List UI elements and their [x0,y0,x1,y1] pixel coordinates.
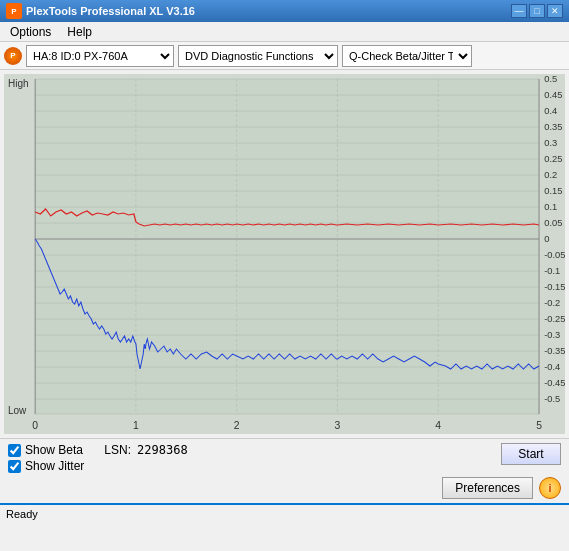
svg-text:-0.4: -0.4 [544,362,560,372]
svg-text:-0.2: -0.2 [544,298,560,308]
svg-text:0.2: 0.2 [544,170,557,180]
y-axis-low-label: Low [8,405,26,416]
close-button[interactable]: ✕ [547,4,563,18]
test-select[interactable]: Q-Check Beta/Jitter Test [342,45,472,67]
svg-text:2: 2 [234,420,240,431]
lsn-label: LSN: [104,443,131,457]
svg-rect-0 [35,79,539,414]
svg-text:0.4: 0.4 [544,106,557,116]
info-button[interactable]: i [539,477,561,499]
svg-text:0.45: 0.45 [544,90,562,100]
svg-text:-0.45: -0.45 [544,378,565,388]
app-title: PlexTools Professional XL V3.16 [26,5,195,17]
app-icon: P [6,3,22,19]
show-jitter-row: Show Jitter [8,459,84,473]
svg-text:-0.1: -0.1 [544,266,560,276]
svg-text:-0.05: -0.05 [544,250,565,260]
drive-icon-button[interactable]: P [4,47,22,65]
start-button[interactable]: Start [501,443,561,465]
svg-text:0.1: 0.1 [544,202,557,212]
svg-text:3: 3 [335,420,341,431]
minimize-button[interactable]: — [511,4,527,18]
show-jitter-checkbox[interactable] [8,460,21,473]
statusbar: Ready [0,503,569,523]
svg-text:0.3: 0.3 [544,138,557,148]
menu-options[interactable]: Options [4,23,57,41]
svg-text:5: 5 [536,420,542,431]
svg-text:-0.15: -0.15 [544,282,565,292]
menu-help[interactable]: Help [61,23,98,41]
svg-text:-0.25: -0.25 [544,314,565,324]
chart-area: High Low 0 [4,74,565,434]
toolbar: P HA:8 ID:0 PX-760A DVD Diagnostic Funct… [0,42,569,70]
maximize-button[interactable]: □ [529,4,545,18]
show-beta-checkbox[interactable] [8,444,21,457]
checkboxes-col: Show Beta Show Jitter [8,443,84,473]
svg-text:0.05: 0.05 [544,218,562,228]
drive-select[interactable]: HA:8 ID:0 PX-760A [26,45,174,67]
svg-text:-0.3: -0.3 [544,330,560,340]
svg-text:-0.35: -0.35 [544,346,565,356]
buttons-row: Preferences i [8,477,561,499]
y-axis-high-label: High [8,78,29,89]
lsn-value: 2298368 [137,443,188,457]
status-text: Ready [6,508,38,520]
svg-text:-0.5: -0.5 [544,394,560,404]
titlebar-controls[interactable]: — □ ✕ [511,4,563,18]
svg-text:0.25: 0.25 [544,154,562,164]
lsn-area: LSN: 2298368 [84,443,187,457]
svg-text:1: 1 [133,420,139,431]
bottom-panel: Show Beta Show Jitter LSN: 2298368 Start… [0,438,569,503]
checkboxes-row: Show Beta Show Jitter LSN: 2298368 Start [8,443,561,473]
titlebar: P PlexTools Professional XL V3.16 — □ ✕ [0,0,569,22]
preferences-button[interactable]: Preferences [442,477,533,499]
svg-text:0: 0 [544,234,549,244]
show-jitter-label[interactable]: Show Jitter [25,459,84,473]
svg-text:0.15: 0.15 [544,186,562,196]
function-select[interactable]: DVD Diagnostic Functions [178,45,338,67]
chart-svg: 0 1 2 3 4 5 0.5 0.45 0.4 0.35 0.3 0.25 0… [4,74,565,434]
show-beta-row: Show Beta [8,443,84,457]
menubar: Options Help [0,22,569,42]
titlebar-left: P PlexTools Professional XL V3.16 [6,3,195,19]
svg-text:0.35: 0.35 [544,122,562,132]
svg-text:0.5: 0.5 [544,74,557,84]
svg-text:4: 4 [435,420,441,431]
svg-text:0: 0 [32,420,38,431]
show-beta-label[interactable]: Show Beta [25,443,83,457]
